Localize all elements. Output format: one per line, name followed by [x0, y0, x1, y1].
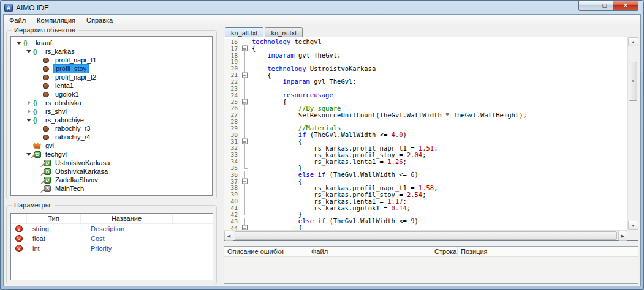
window-title: AIMO IDE	[16, 4, 49, 12]
error-col-2[interactable]: Строка	[431, 247, 458, 256]
code-area[interactable]: 16technology techgvl17{18 inparam gvl Th…	[224, 37, 627, 230]
fold-collapse-icon[interactable]	[242, 225, 248, 230]
expand-arrow-icon[interactable]	[25, 116, 33, 124]
param-col-name[interactable]: Название	[81, 214, 173, 223]
code-editor[interactable]: 16technology techgvl17{18 inparam gvl Th…	[224, 37, 638, 241]
code-line[interactable]: 28	[224, 118, 627, 125]
tree-item-MainTech[interactable]: SMainTech	[11, 184, 212, 193]
fold-collapse-icon[interactable]	[242, 46, 248, 51]
code-line[interactable]: 41 rs_karkas.ugolok1 = 0.14;	[224, 204, 627, 211]
fold-marker[interactable]	[240, 178, 249, 185]
tree-item-rs_shvi[interactable]: {}rs_shvi	[11, 107, 212, 116]
fold-marker[interactable]	[240, 45, 249, 52]
menu-item-help[interactable]: Справка	[81, 15, 118, 25]
tree-item-ugolok1[interactable]: ugolok1	[11, 90, 212, 99]
parameter-row[interactable]: VintPriority	[11, 244, 213, 253]
parameter-row[interactable]: VfloatCost	[11, 234, 213, 244]
tree-item-profil_stoy[interactable]: profil_stoy	[11, 64, 212, 73]
error-col-1[interactable]: Файл	[308, 247, 431, 256]
minimize-button[interactable]: —	[578, 1, 596, 11]
scroll-left-button[interactable]: ◀	[224, 231, 233, 241]
code-line[interactable]: 33 rs_karkas.profil_stoy = 2.04;	[224, 151, 627, 158]
code-line[interactable]: 20 technology UstroistvoKarkasa	[224, 65, 627, 72]
code-line[interactable]: 22 inparam gvl TheGvl;	[224, 78, 627, 85]
tree-item-rs_obshivka[interactable]: {}rs_obshivka	[11, 99, 212, 107]
code-line[interactable]: 27 SetResourceUnitCount(TheGvl.WallWidth…	[224, 111, 627, 118]
scroll-up-button[interactable]: ▲	[628, 37, 638, 46]
fold-marker[interactable]	[240, 99, 249, 105]
code-line[interactable]: 31 {	[224, 138, 627, 145]
expand-arrow-icon[interactable]	[15, 39, 23, 46]
error-col-3[interactable]: Позиция	[458, 247, 635, 256]
parameter-row[interactable]: VstringDescription	[11, 224, 213, 234]
fold-marker[interactable]	[240, 138, 249, 145]
object-tree[interactable]: {}knauf{}rs_karkasprofil_napr_t1profil_s…	[10, 36, 213, 196]
scroll-down-button[interactable]: ▼	[628, 221, 638, 230]
code-line[interactable]: 23	[224, 85, 627, 92]
error-list[interactable]: Описание ошибкиФайлСтрокаПозиция	[224, 246, 638, 284]
code-line[interactable]: 16technology techgvl	[224, 39, 627, 45]
param-col-type[interactable]: Тип	[27, 214, 81, 223]
fold-collapse-icon[interactable]	[242, 99, 248, 105]
tree-item-knauf[interactable]: {}knauf	[11, 39, 212, 47]
code-line[interactable]: 25 {	[224, 99, 627, 105]
close-button[interactable]: ✕	[613, 1, 638, 11]
code-line[interactable]: 18 inparam gvl TheGvl;	[224, 52, 627, 59]
scroll-right-button[interactable]: ▶	[618, 231, 627, 241]
tab-kn-rs-txt[interactable]: kn_rs.txt	[265, 27, 303, 37]
horizontal-scrollbar-thumb[interactable]	[235, 231, 617, 240]
tab-kn-all-txt[interactable]: kn_all.txt	[225, 27, 263, 37]
tree-item-UstroistvoKarkasa[interactable]: DUstroistvoKarkasa	[11, 158, 212, 167]
tree-item-ZadelkaShvov[interactable]: DZadelkaShvov	[11, 176, 212, 184]
code-line[interactable]: 24 resourceusage	[224, 92, 627, 99]
code-line[interactable]: 29 //Materials	[224, 125, 627, 132]
code-line[interactable]: 36 else if (TheGvl.WallWidth <= 6)	[224, 171, 627, 178]
code-line[interactable]: 37 {	[224, 178, 627, 185]
fold-marker[interactable]	[240, 72, 249, 78]
code-line[interactable]: 44 {	[224, 225, 627, 230]
tree-item-profil_napr_t1[interactable]: profil_napr_t1	[11, 56, 212, 64]
parameters-list[interactable]: ТипНазвание VstringDescriptionVfloatCost…	[10, 213, 213, 280]
horizontal-scrollbar[interactable]: ◀ ▶	[224, 230, 627, 240]
expander-spacer	[25, 142, 33, 149]
collapse-arrow-icon[interactable]	[25, 99, 33, 106]
code-line[interactable]: 30 if (TheGvl.WallWidth <= 4.0)	[224, 132, 627, 138]
vertical-scrollbar[interactable]: ▲ ▼	[627, 37, 638, 230]
collapse-arrow-icon[interactable]	[25, 108, 33, 115]
code-line[interactable]: 34 rs_karkas.lenta1 = 1.26;	[224, 158, 627, 165]
expand-arrow-icon[interactable]	[25, 48, 33, 55]
tree-item-rabochiy_r4[interactable]: rabochiy_r4	[11, 133, 212, 141]
line-number: 22	[224, 78, 240, 85]
code-line[interactable]: 38 rs_karkas.profil_napr_t1 = 1.58;	[224, 185, 627, 191]
code-line[interactable]: 40 rs_karkas.lenta1 = 1.17;	[224, 198, 627, 204]
tree-item-techgvl[interactable]: Dtechgvl	[11, 150, 212, 158]
menu-item-compilation[interactable]: Компиляция	[31, 15, 81, 25]
code-line[interactable]: 32 rs_karkas.profil_napr_t1 = 1.51;	[224, 145, 627, 152]
tree-item-ObshivkaKarkasa[interactable]: DObshivkaKarkasa	[11, 167, 212, 176]
tree-item-lenta1[interactable]: lenta1	[11, 81, 212, 90]
tree-item-rs_rabochiye[interactable]: {}rs_rabochiye	[11, 116, 212, 124]
code-line[interactable]: 21 {	[224, 72, 627, 78]
fold-marker[interactable]	[240, 225, 249, 230]
error-col-0[interactable]: Описание ошибки	[224, 247, 308, 256]
fold-collapse-icon[interactable]	[242, 72, 248, 78]
menu-item-file[interactable]: Файл	[4, 15, 31, 25]
param-col-icon[interactable]	[11, 214, 27, 223]
code-line[interactable]: 35 }	[224, 165, 627, 171]
fold-collapse-icon[interactable]	[242, 139, 248, 144]
tree-item-rabochiy_r3[interactable]: rabochiy_r3	[11, 124, 212, 133]
code-line[interactable]: 19	[224, 59, 627, 65]
code-line[interactable]: 42 }	[224, 211, 627, 218]
tree-item-rs_karkas[interactable]: {}rs_karkas	[11, 47, 212, 56]
tree-item-icon-slot	[43, 126, 53, 132]
hierarchy-groupbox: Иерархия объектов {}knauf{}rs_karkasprof…	[6, 30, 217, 199]
code-line[interactable]: 43 else if (TheGvl.WallWidth <= 9)	[224, 218, 627, 225]
maximize-button[interactable]: ▢	[596, 1, 613, 11]
code-line[interactable]: 26 //By square	[224, 105, 627, 111]
code-line[interactable]: 17{	[224, 45, 627, 52]
code-line[interactable]: 39 rs_karkas.profil_stoy = 2.54;	[224, 191, 627, 198]
fold-collapse-icon[interactable]	[242, 179, 248, 184]
tree-item-profil_napr_t2[interactable]: profil_napr_t2	[11, 73, 212, 81]
tree-item-gvl[interactable]: gvl	[11, 141, 212, 150]
vertical-scrollbar-thumb[interactable]	[629, 62, 637, 101]
